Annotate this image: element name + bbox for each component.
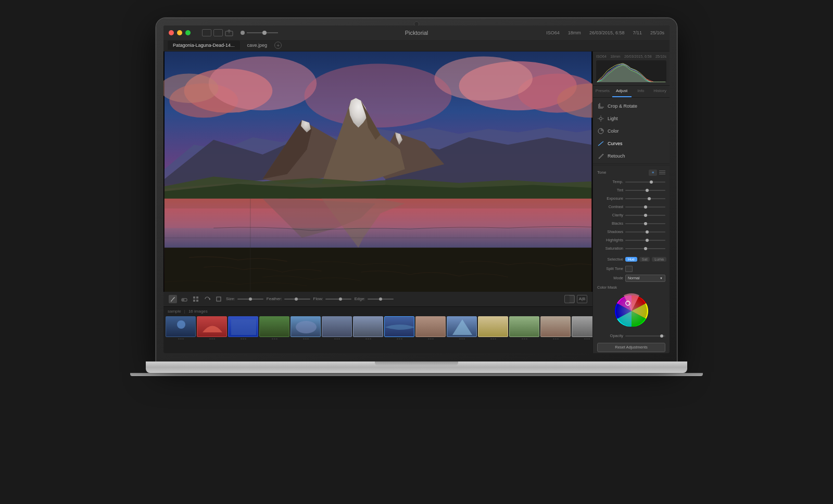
rotate-tool[interactable] [203, 295, 211, 303]
tab-2[interactable]: cave.jpeg [242, 41, 273, 50]
reset-adjustments-button[interactable]: Reset Adjustments [597, 343, 665, 352]
feather-param: Feather: [267, 296, 310, 301]
filmstrip-thumb-4[interactable] [259, 316, 289, 340]
param-exposure: Exposure [597, 195, 665, 203]
landscape-image [163, 51, 592, 292]
adjust-crop[interactable]: Crop & Rotate [597, 100, 665, 112]
laptop-base [146, 361, 687, 373]
filmstrip-thumb-9[interactable] [415, 316, 446, 340]
temp-slider[interactable] [625, 182, 665, 183]
highlights-slider[interactable] [625, 240, 665, 241]
filmstrip-thumb-14[interactable] [572, 316, 592, 340]
hue-button[interactable]: Hue [625, 257, 637, 262]
add-tab-button[interactable]: + [274, 42, 282, 49]
zoom-slider[interactable] [241, 31, 278, 35]
lens-info: 18mm [568, 30, 581, 35]
svg-rect-34 [354, 317, 383, 337]
tab-presets[interactable]: Presets [593, 86, 612, 97]
param-highlights: Highlights [597, 236, 665, 244]
tint-slider[interactable] [625, 190, 665, 191]
svg-rect-18 [196, 296, 198, 299]
shadows-slider[interactable] [625, 231, 665, 232]
brush-icon [170, 296, 176, 302]
panel-content[interactable]: Crop & Rotate [593, 98, 670, 353]
minimize-button[interactable] [177, 30, 182, 35]
opacity-slider[interactable] [625, 335, 665, 337]
contrast-slider[interactable] [625, 206, 665, 208]
edge-slider[interactable] [368, 299, 394, 300]
laptop-notch [375, 361, 458, 366]
filmstrip-thumb-2[interactable] [197, 316, 227, 340]
filmstrip-thumb-11[interactable] [478, 316, 508, 340]
blacks-slider[interactable] [625, 223, 665, 224]
histogram [596, 60, 666, 82]
filmstrip-thumb-8[interactable] [384, 316, 414, 340]
view-icon-1[interactable] [202, 29, 211, 36]
color-wheel-container[interactable] [593, 291, 670, 331]
ab-button[interactable]: A|B [577, 295, 587, 303]
color-icon [597, 127, 604, 135]
color-wheel[interactable] [613, 293, 650, 329]
filmstrip-thumb-7[interactable] [353, 316, 383, 340]
close-button[interactable] [169, 30, 174, 35]
svg-rect-39 [478, 317, 508, 337]
tab-history[interactable]: History [650, 86, 670, 97]
param-clarity: Clarity [597, 211, 665, 219]
view-icon-2[interactable] [213, 29, 223, 36]
split-tone-swatch[interactable] [625, 266, 633, 272]
grid-icon [193, 296, 199, 302]
iso-info: ISO64 [546, 30, 560, 35]
param-shadows: Shadows [597, 228, 665, 236]
histogram-graph [596, 60, 666, 82]
folder-name: sample [168, 309, 181, 314]
clarity-slider[interactable] [625, 215, 665, 216]
filmstrip-thumb-1[interactable] [166, 316, 196, 340]
eraser-tool[interactable] [180, 295, 188, 303]
svg-rect-40 [510, 317, 539, 337]
feather-slider[interactable] [284, 299, 310, 300]
exposure-slider[interactable] [625, 198, 665, 199]
sat-button[interactable]: Sat [639, 257, 650, 262]
flow-slider[interactable] [325, 299, 351, 300]
image-count: 16 images [188, 309, 208, 314]
toolbar-icons [202, 29, 278, 36]
mode-dropdown[interactable]: Normal ▼ [625, 275, 665, 282]
compare-button[interactable] [564, 295, 575, 303]
param-temp: Temp. [597, 178, 665, 186]
tone-section: Tone ≡ Temp. [593, 165, 670, 255]
square-tool[interactable] [214, 295, 223, 303]
tone-tab-icon[interactable]: ≡ [649, 170, 657, 176]
filmstrip-thumb-12[interactable] [509, 316, 539, 340]
tab-1[interactable]: Patagonia-Laguna-Dead-14... [168, 41, 240, 50]
panel-info: ISO64 18mm 26/03/2015, 6:58 25/10s [596, 55, 666, 58]
filmstrip-thumb-13[interactable] [540, 316, 571, 340]
window-controls [169, 29, 278, 36]
tone-list-icon[interactable] [659, 170, 665, 176]
app-title: Picktorial [405, 30, 428, 36]
adjust-light[interactable]: Light [597, 112, 665, 125]
filmstrip-thumb-5[interactable] [291, 316, 321, 340]
app-window: Picktorial ISO64 18mm 26/03/2015, 6:58 7… [163, 25, 670, 353]
luma-button[interactable]: Luma [652, 257, 666, 262]
svg-rect-36 [416, 317, 446, 337]
grid-tool[interactable] [192, 295, 200, 303]
adjust-color[interactable]: Color [597, 125, 665, 137]
size-param: Size: [226, 296, 263, 301]
adjust-retouch[interactable]: Retouch [597, 150, 665, 162]
saturation-slider[interactable] [625, 248, 665, 249]
brush-tool[interactable] [169, 295, 177, 303]
filmstrip-thumb-3[interactable] [228, 316, 258, 340]
photo-canvas[interactable] [163, 51, 592, 292]
maximize-button[interactable] [185, 30, 191, 35]
filmstrip-thumb-6[interactable] [322, 316, 352, 340]
filmstrip-thumb-10[interactable] [447, 316, 477, 340]
right-panel: ISO64 18mm 26/03/2015, 6:58 25/10s [592, 51, 670, 353]
size-slider[interactable] [237, 299, 263, 300]
adjust-curves[interactable]: Curves [597, 137, 665, 150]
compare-icon [565, 295, 574, 303]
tab-info[interactable]: Info [632, 86, 651, 97]
share-icon[interactable] [225, 29, 233, 36]
tab-adjust[interactable]: Adjust [612, 86, 632, 97]
param-tint: Tint [597, 186, 665, 195]
screen-bezel: Picktorial ISO64 18mm 26/03/2015, 6:58 7… [156, 18, 677, 361]
